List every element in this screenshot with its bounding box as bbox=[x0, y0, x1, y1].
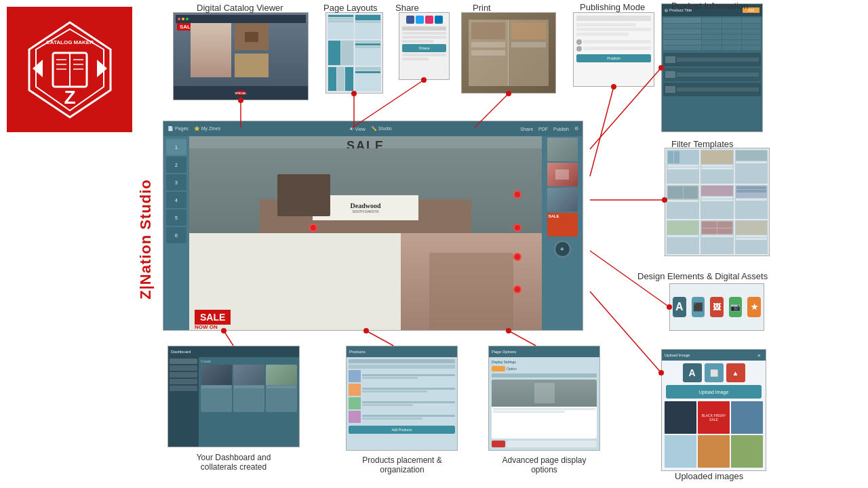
product-information-thumb: Product Title Add bbox=[661, 3, 763, 132]
dashboard-thumb: Dashboard Create bbox=[167, 346, 300, 447]
label-filter-templates: Filter Templates bbox=[671, 139, 734, 149]
uploaded-images-thumb: Upload Image × A ⬜ ▲ Upload Image BLACK … bbox=[661, 349, 766, 471]
editor-body: 1 2 3 4 5 6 SALE bbox=[163, 136, 583, 330]
editor-dot-5 bbox=[309, 224, 317, 232]
label-share: Share bbox=[395, 3, 419, 13]
page-thumb-2[interactable]: 2 bbox=[166, 157, 186, 173]
svg-line-22 bbox=[590, 291, 661, 373]
editor-right-panel: SALE + bbox=[542, 136, 583, 330]
page-thumb-4[interactable]: 4 bbox=[166, 192, 186, 208]
editor-canvas[interactable]: SALE Deadwood SOUTH DAKOTA SALE bbox=[189, 136, 542, 330]
label-products-placement: Products placement &organization bbox=[344, 455, 460, 474]
svg-marker-12 bbox=[33, 60, 43, 77]
editor-dot-3 bbox=[513, 253, 521, 261]
main-editor: 📄 Pages ⭐ My Zines 👁 View ✏️ Studio Shar… bbox=[163, 121, 583, 331]
label-advanced-page: Advanced page displayoptions bbox=[485, 455, 604, 474]
label-design-elements: Design Elements & Digital Assets bbox=[637, 271, 768, 281]
products-placement-thumb: Products bbox=[346, 346, 458, 451]
label-product-info: Product Information bbox=[671, 1, 748, 11]
page-layouts-thumb bbox=[326, 12, 383, 94]
svg-text:CATALOG MAKER: CATALOG MAKER bbox=[46, 39, 94, 45]
page-thumb-1[interactable]: 1 bbox=[166, 139, 186, 155]
logo-svg: CATALOG MAKER Z bbox=[16, 16, 124, 124]
canvas-content: SALE Deadwood SOUTH DAKOTA SALE bbox=[189, 136, 542, 330]
print-thumb bbox=[461, 12, 556, 94]
vertical-brand-text: Z|Nation Studio bbox=[137, 179, 155, 300]
publishing-mode-thumb: Publish bbox=[573, 12, 654, 87]
filter-templates-thumb bbox=[665, 148, 770, 256]
editor-toolbar: 📄 Pages ⭐ My Zines 👁 View ✏️ Studio Shar… bbox=[163, 121, 583, 136]
svg-line-24 bbox=[366, 331, 393, 346]
svg-line-18 bbox=[590, 87, 614, 176]
logo-container: CATALOG MAKER Z bbox=[7, 7, 132, 132]
digital-catalog-viewer-thumb: SALE SPECIAL bbox=[173, 12, 309, 100]
editor-dot-2 bbox=[513, 224, 521, 232]
svg-text:Z: Z bbox=[64, 87, 75, 108]
advanced-page-display-thumb: Page Options Display Settings Option bbox=[488, 346, 600, 451]
share-thumb: Share bbox=[399, 12, 450, 80]
page-thumb-3[interactable]: 3 bbox=[166, 174, 186, 190]
label-dashboard: Your Dashboard andcollaterals created bbox=[167, 453, 300, 472]
page-thumb-5[interactable]: 5 bbox=[166, 209, 186, 226]
label-publishing-mode: Publishing Mode bbox=[580, 2, 645, 12]
svg-line-25 bbox=[509, 331, 536, 346]
editor-page-sidebar: 1 2 3 4 5 6 bbox=[163, 136, 189, 330]
page-thumb-6[interactable]: 6 bbox=[166, 227, 186, 243]
label-print: Print bbox=[473, 3, 491, 13]
label-page-layouts: Page Layouts bbox=[323, 3, 378, 13]
label-uploaded-images: Uploaded images bbox=[675, 471, 743, 481]
design-elements-thumb: A ⬛ 🖼 📷 ★ bbox=[669, 283, 764, 331]
svg-marker-13 bbox=[97, 60, 107, 77]
label-digital-catalog: Digital Catalog Viewer bbox=[197, 3, 283, 13]
svg-line-23 bbox=[224, 331, 233, 346]
